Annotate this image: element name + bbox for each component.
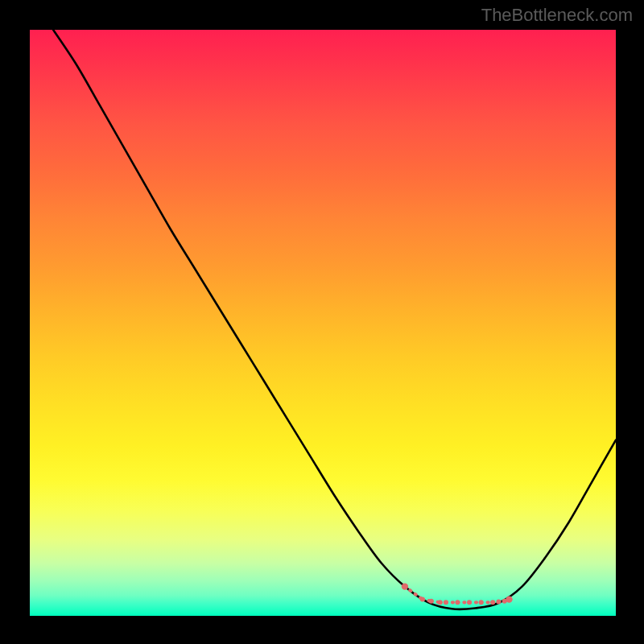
optimal-marker [444,600,448,605]
plot-area [30,30,616,616]
watermark-text: TheBottleneck.com [481,5,633,26]
optimal-marker [429,599,434,604]
chart-container: TheBottleneck.com [0,0,644,644]
optimal-marker [402,583,408,589]
optimal-marker [467,600,472,605]
optimal-markers-group [402,583,513,605]
optimal-marker [438,600,443,605]
optimal-marker [455,600,460,605]
bottleneck-curve [53,30,616,609]
optimal-marker [420,597,425,602]
optimal-marker [490,600,495,605]
optimal-marker [506,596,512,602]
optimal-marker [479,600,484,605]
optimal-marker [496,600,501,605]
curve-layer [30,30,616,616]
